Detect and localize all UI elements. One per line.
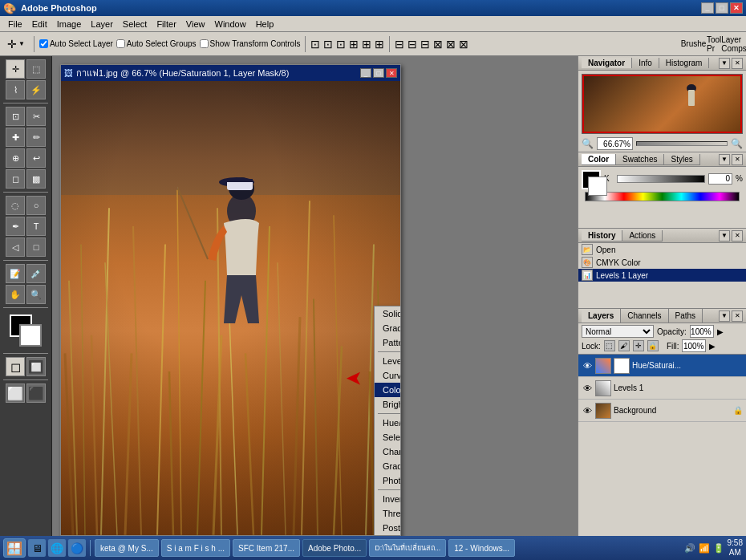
taskbar-folder[interactable]: D:\ในในที่เปลี่ยนสถ... xyxy=(369,539,446,557)
screen-mode-2[interactable]: ⬛ xyxy=(26,383,46,403)
history-close[interactable]: ✕ xyxy=(732,230,743,241)
quick-mask-mode[interactable]: 🔲 xyxy=(26,357,46,376)
distribute-middle-icon[interactable]: ⊠ xyxy=(446,38,456,51)
eraser-tool[interactable]: ◻ xyxy=(6,169,25,189)
close-button[interactable]: ✕ xyxy=(730,2,743,14)
align-middle-icon[interactable]: ⊞ xyxy=(362,38,371,51)
show-desktop-icon[interactable]: 🖥 xyxy=(28,539,46,557)
fill-input[interactable] xyxy=(682,339,706,352)
tray-icon-1[interactable]: 🔊 xyxy=(684,543,695,554)
menu-help[interactable]: Help xyxy=(251,18,279,30)
lock-all-btn[interactable]: 🔒 xyxy=(647,340,659,351)
show-transform-controls-checkbox[interactable]: Show Transform Controls xyxy=(200,39,301,48)
zoom-tool[interactable]: 🔍 xyxy=(26,285,46,304)
opacity-arrow[interactable]: ▶ xyxy=(717,327,724,336)
tab-navigator[interactable]: Navigator xyxy=(582,58,632,68)
zoom-input[interactable] xyxy=(597,137,633,150)
move-tool[interactable]: ✛ xyxy=(6,59,25,79)
auto-select-layer-checkbox[interactable]: Auto Select Layer xyxy=(39,39,113,48)
fill-arrow[interactable]: ▶ xyxy=(709,342,716,351)
ctx-color-balance[interactable]: Color Balance... xyxy=(375,383,400,397)
move-tool-icon[interactable]: ✛ ▼ xyxy=(3,35,29,53)
foreground-swatch[interactable] xyxy=(582,170,601,189)
menu-edit[interactable]: Edit xyxy=(27,18,52,30)
type-tool[interactable]: T xyxy=(26,217,46,236)
path-select-tool[interactable]: ◁ xyxy=(6,237,25,257)
ctx-invert[interactable]: Invert xyxy=(375,492,400,506)
layer-levels-eye[interactable]: 👁 xyxy=(582,383,593,394)
layers-close[interactable]: ✕ xyxy=(732,310,743,322)
tab-info[interactable]: Info xyxy=(632,58,659,68)
menu-image[interactable]: Image xyxy=(52,18,87,30)
background-color[interactable] xyxy=(19,324,42,347)
notes-tool[interactable]: 📝 xyxy=(6,264,25,283)
gradient-tool[interactable]: ▩ xyxy=(26,169,46,189)
hand-tool[interactable]: ✋ xyxy=(6,285,25,304)
taskbar-windows[interactable]: 12 - Windows... xyxy=(448,539,515,557)
taskbar-sfc[interactable]: SFC Item 217... xyxy=(233,539,300,557)
pen-tool[interactable]: ✒ xyxy=(6,217,25,236)
layer-comps-button[interactable]: Layer Comps xyxy=(725,35,743,53)
ctx-gradient-map[interactable]: Gradient Map... xyxy=(375,459,400,473)
tab-history[interactable]: History xyxy=(582,230,622,241)
magic-wand-tool[interactable]: ⚡ xyxy=(26,80,46,99)
doc-minimize[interactable]: _ xyxy=(360,68,371,78)
clone-stamp-tool[interactable]: ⊕ xyxy=(6,148,25,168)
blend-mode-select[interactable]: Normal xyxy=(582,325,654,338)
distribute-left-icon[interactable]: ⊟ xyxy=(395,38,404,51)
brushes-button[interactable]: Brushes xyxy=(687,35,704,53)
ctx-curves[interactable]: Curves... xyxy=(375,368,400,383)
maximize-button[interactable]: □ xyxy=(716,2,728,14)
tray-icon-2[interactable]: 📶 xyxy=(699,543,710,554)
layers-collapse[interactable]: ▼ xyxy=(719,310,730,322)
zoom-slider[interactable] xyxy=(636,141,728,146)
crop-tool[interactable]: ⊡ xyxy=(6,107,25,126)
tab-channels[interactable]: Channels xyxy=(621,309,668,323)
system-clock[interactable]: 9:58AM xyxy=(728,538,743,558)
heal-tool[interactable]: ✚ xyxy=(6,128,25,147)
menu-layer[interactable]: Layer xyxy=(86,18,118,30)
tab-paths[interactable]: Paths xyxy=(669,309,703,323)
start-button[interactable]: 🪟 xyxy=(3,538,26,558)
dodge-tool[interactable]: ○ xyxy=(26,196,46,215)
history-item-levels[interactable]: 📊 Levels 1 Layer xyxy=(578,269,746,282)
shape-tool[interactable]: □ xyxy=(26,237,46,257)
k-slider[interactable] xyxy=(617,175,705,183)
menu-filter[interactable]: Filter xyxy=(152,18,180,30)
ctx-posterize[interactable]: Posterize... xyxy=(375,521,400,535)
k-value-input[interactable] xyxy=(708,173,732,185)
doc-close[interactable]: ✕ xyxy=(386,68,397,78)
menu-view[interactable]: View xyxy=(181,18,210,30)
align-left-icon[interactable]: ⊡ xyxy=(310,38,320,51)
ctx-gradient[interactable]: Gradient... xyxy=(375,321,400,335)
distribute-top-icon[interactable]: ⊠ xyxy=(433,38,443,51)
ie-icon[interactable]: 🔵 xyxy=(68,539,86,557)
layer-levels[interactable]: 👁 Levels 1 xyxy=(578,377,746,400)
align-right-icon[interactable]: ⊡ xyxy=(336,38,346,51)
menu-window[interactable]: Window xyxy=(210,18,251,30)
nav-close[interactable]: ✕ xyxy=(732,58,743,69)
color-collapse[interactable]: ▼ xyxy=(719,154,730,165)
menu-select[interactable]: Select xyxy=(118,18,152,30)
lasso-tool[interactable]: ⌇ xyxy=(6,80,25,99)
ctx-channel-mixer[interactable]: Channel Mixer... xyxy=(375,444,400,459)
layer-background[interactable]: 👁 Background 🔒 xyxy=(578,400,746,422)
history-brush-tool[interactable]: ↩ xyxy=(26,148,46,168)
history-collapse[interactable]: ▼ xyxy=(719,230,730,241)
blur-tool[interactable]: ◌ xyxy=(6,196,25,215)
tab-actions[interactable]: Actions xyxy=(622,230,663,241)
taskbar-siamfish[interactable]: S i a m F i s h ... xyxy=(161,539,230,557)
ctx-selective-color[interactable]: Selective Color... xyxy=(375,430,400,444)
ctx-solid-color[interactable]: Solid Color... xyxy=(375,306,400,321)
browser-icon[interactable]: 🌐 xyxy=(48,539,66,557)
opacity-input[interactable] xyxy=(690,325,714,338)
taskbar-photoshop[interactable]: Adobe Photo... xyxy=(302,539,367,557)
ctx-threshold[interactable]: Threshold... xyxy=(375,506,400,521)
zoom-in-icon[interactable]: 🔍 xyxy=(731,138,743,149)
ctx-brightness-contrast[interactable]: Brightness/Contrast... xyxy=(375,397,400,412)
zoom-out-icon[interactable]: 🔍 xyxy=(582,138,594,149)
history-item-open[interactable]: 📂 Open xyxy=(578,243,746,256)
lock-transparent-btn[interactable]: ⬚ xyxy=(604,340,615,351)
color-close[interactable]: ✕ xyxy=(732,154,743,165)
ctx-photo-filter[interactable]: Photo Filter... xyxy=(375,473,400,488)
